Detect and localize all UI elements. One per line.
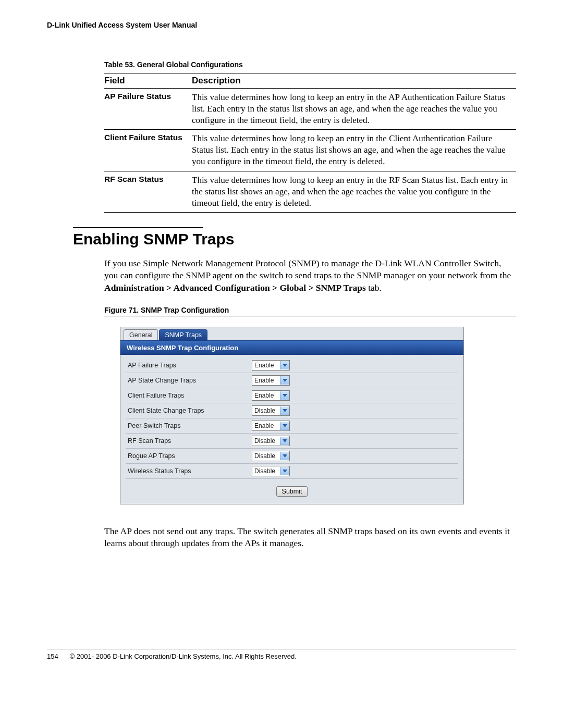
col-field: Field (104, 73, 192, 89)
submit-button[interactable]: Submit (276, 486, 308, 497)
trap-select[interactable]: Enable (252, 421, 290, 431)
trap-row: Client Failure TrapsEnable (126, 388, 458, 403)
col-description: Description (192, 73, 516, 89)
table-caption: Table 53. General Global Configurations (104, 60, 516, 69)
desc-client-failure-status: This value determines how long to keep a… (192, 130, 516, 171)
desc-rf-scan-status: This value determines how long to keep a… (192, 171, 516, 212)
trap-select-value: Enable (254, 362, 278, 369)
table-caption-title: General Global Configurations (137, 60, 243, 69)
trap-label: Peer Switch Traps (126, 418, 250, 433)
trap-row: AP State Change TrapsEnable (126, 373, 458, 388)
intro-path: Administration > Advanced Configuration … (104, 282, 366, 293)
trap-label: RF Scan Traps (126, 433, 250, 448)
trap-label: Wireless Status Traps (126, 463, 250, 478)
config-table: Field Description AP Failure Status This… (104, 73, 516, 213)
tab-general[interactable]: General (124, 329, 158, 340)
trap-select[interactable]: Enable (252, 360, 290, 371)
intro-paragraph: If you use Simple Network Management Pro… (104, 257, 516, 294)
svg-marker-1 (283, 379, 287, 382)
svg-marker-2 (283, 394, 287, 397)
panel-title: Wireless SNMP Trap Configuration (120, 340, 463, 355)
field-rf-scan-status: RF Scan Status (104, 171, 192, 212)
trap-value-cell: Disable (250, 433, 458, 448)
chevron-down-icon[interactable] (280, 422, 289, 430)
trap-label: Client State Change Traps (126, 403, 250, 418)
trap-select[interactable]: Enable (252, 390, 290, 401)
trap-label: Client Failure Traps (126, 388, 250, 403)
trap-table: AP Failure TrapsEnableAP State Change Tr… (126, 358, 458, 479)
svg-marker-7 (283, 470, 287, 473)
trap-select-value: Enable (254, 392, 278, 399)
trap-row: Rogue AP TrapsDisable (126, 448, 458, 463)
trap-label: AP State Change Traps (126, 373, 250, 388)
trap-value-cell: Enable (250, 358, 458, 373)
page-number: 154 (47, 652, 68, 660)
trap-row: Peer Switch TrapsEnable (126, 418, 458, 433)
desc-ap-failure-status: This value determines how long to keep a… (192, 89, 516, 130)
chevron-down-icon[interactable] (280, 452, 289, 460)
trap-select-value: Disable (254, 452, 278, 460)
section-heading: Enabling SNMP Traps (73, 230, 516, 248)
chevron-down-icon[interactable] (280, 406, 289, 415)
trap-select-value: Disable (254, 407, 278, 414)
trap-row: Client State Change TrapsDisable (126, 403, 458, 418)
trap-row: Wireless Status TrapsDisable (126, 463, 458, 478)
svg-marker-6 (283, 454, 287, 458)
snmp-trap-panel: General SNMP Traps Wireless SNMP Trap Co… (120, 327, 464, 504)
trap-value-cell: Enable (250, 388, 458, 403)
footer: 154 © 2001- 2006 D-Link Corporation/D-Li… (47, 649, 516, 660)
field-client-failure-status: Client Failure Status (104, 130, 192, 171)
chevron-down-icon[interactable] (280, 437, 289, 445)
panel-body: AP Failure TrapsEnableAP State Change Tr… (120, 355, 463, 504)
trap-row: RF Scan TrapsDisable (126, 433, 458, 448)
table-caption-number: Table 53. (104, 60, 135, 69)
chevron-down-icon[interactable] (280, 361, 289, 369)
trap-select-value: Disable (254, 467, 278, 475)
outro-paragraph: The AP does not send out any traps. The … (104, 525, 516, 550)
intro-pre: If you use Simple Network Management Pro… (104, 258, 511, 281)
trap-select-value: Disable (254, 437, 278, 445)
trap-value-cell: Enable (250, 373, 458, 388)
tab-snmp-traps[interactable]: SNMP Traps (159, 329, 207, 340)
trap-select-value: Enable (254, 422, 278, 429)
chevron-down-icon[interactable] (280, 467, 289, 475)
figure-caption: Figure 71. SNMP Trap Configuration (104, 306, 516, 316)
trap-value-cell: Disable (250, 448, 458, 463)
section-rule (73, 227, 203, 228)
trap-label: AP Failure Traps (126, 358, 250, 373)
intro-post: tab. (366, 282, 382, 293)
svg-marker-0 (283, 364, 287, 367)
trap-select-value: Enable (254, 377, 278, 384)
svg-marker-4 (283, 424, 287, 427)
svg-marker-5 (283, 439, 287, 442)
running-header: D-Link Unified Access System User Manual (47, 21, 516, 29)
trap-select[interactable]: Disable (252, 436, 290, 446)
trap-select[interactable]: Disable (252, 405, 290, 416)
tab-strip: General SNMP Traps (120, 327, 463, 340)
trap-select[interactable]: Disable (252, 451, 290, 461)
chevron-down-icon[interactable] (280, 376, 289, 385)
trap-value-cell: Enable (250, 418, 458, 433)
chevron-down-icon[interactable] (280, 391, 289, 400)
copyright: © 2001- 2006 D-Link Corporation/D-Link S… (70, 652, 297, 660)
trap-value-cell: Disable (250, 403, 458, 418)
table-row: AP Failure Status This value determines … (104, 89, 516, 130)
trap-select[interactable]: Enable (252, 375, 290, 386)
trap-select[interactable]: Disable (252, 466, 290, 476)
svg-marker-3 (283, 409, 287, 412)
table-row: Client Failure Status This value determi… (104, 130, 516, 171)
table-row: RF Scan Status This value determines how… (104, 171, 516, 212)
trap-label: Rogue AP Traps (126, 448, 250, 463)
trap-row: AP Failure TrapsEnable (126, 358, 458, 373)
field-ap-failure-status: AP Failure Status (104, 89, 192, 130)
trap-value-cell: Disable (250, 463, 458, 478)
